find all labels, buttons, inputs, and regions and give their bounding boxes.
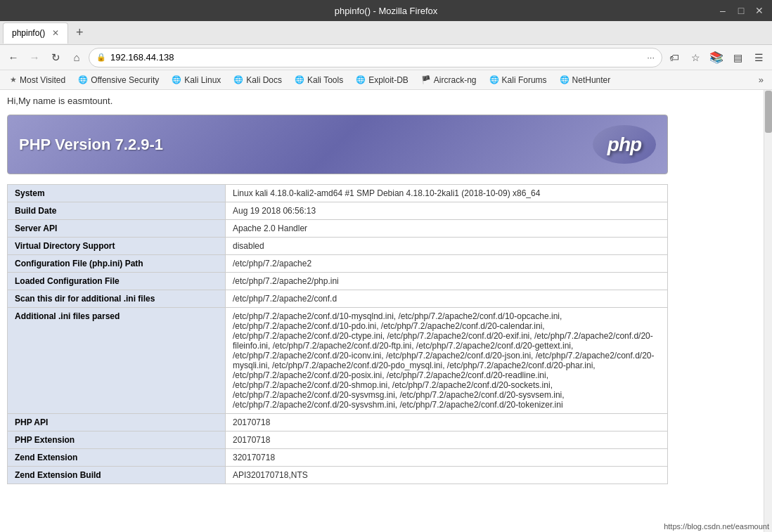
bookmark-kali-linux-label: Kali Linux (184, 75, 221, 85)
table-row: PHP API20170718 (8, 414, 668, 432)
table-row: Configuration File (php.ini) Path/etc/ph… (8, 255, 668, 273)
window-controls[interactable]: – □ ✕ (716, 4, 766, 18)
bookmark-most-visited-label: Most Visited (20, 75, 65, 85)
row-label: PHP API (8, 414, 226, 432)
row-label: Zend Extension (8, 449, 226, 467)
row-label: Virtual Directory Support (8, 238, 226, 255)
bookmark-aircrack-ng[interactable]: 🏴 Aircrack-ng (416, 74, 482, 86)
bookmark-most-visited[interactable]: ★ Most Visited (4, 74, 71, 86)
row-value: /etc/php/7.2/apache2 (226, 255, 668, 273)
minimize-button[interactable]: – (716, 4, 730, 18)
tab-close-button[interactable]: ✕ (52, 28, 59, 38)
php-logo-text: php (607, 134, 641, 156)
library-button[interactable]: 📚 (707, 48, 726, 67)
home-icon: ⌂ (73, 51, 79, 63)
status-url: https://blog.csdn.net/easmount (664, 522, 769, 531)
scrollbar-thumb[interactable] (765, 91, 772, 133)
exploit-db-icon: 🌐 (356, 75, 366, 84)
scrollbar-track[interactable] (764, 90, 772, 532)
row-value: Apache 2.0 Handler (226, 220, 668, 238)
kali-tools-icon: 🌐 (295, 75, 304, 84)
bookmark-kali-tools[interactable]: 🌐 Kali Tools (289, 74, 349, 86)
row-label: Additional .ini files parsed (8, 308, 226, 414)
kali-docs-icon: 🌐 (233, 75, 243, 84)
bookmark-offensive-security-label: Offensive Security (91, 75, 159, 85)
bookmark-kali-forums[interactable]: 🌐 Kali Forums (484, 74, 553, 86)
row-value: disabled (226, 238, 668, 255)
bookmark-offensive-security[interactable]: 🌐 Offensive Security (72, 74, 165, 86)
forward-button[interactable]: → (25, 48, 44, 67)
bookmark-kali-docs[interactable]: 🌐 Kali Docs (228, 74, 288, 86)
bookmark-nethunter-label: NetHunter (572, 75, 611, 85)
most-visited-icon: ★ (10, 75, 17, 84)
kali-linux-icon: 🌐 (172, 75, 181, 84)
tab-label: phpinfo() (12, 28, 45, 38)
hi-message: Hi,My name is easmtount. (7, 96, 765, 106)
refresh-button[interactable]: ↻ (46, 48, 65, 67)
address-more-icon: ··· (647, 52, 655, 63)
php-logo: php (593, 125, 656, 164)
page-content: Hi,My name is easmtount. PHP Version 7.2… (0, 90, 772, 532)
table-row: SystemLinux kali 4.18.0-kali2-amd64 #1 S… (8, 185, 668, 202)
table-row: PHP Extension20170718 (8, 432, 668, 449)
row-value: 320170718 (226, 449, 668, 467)
sidebar-button[interactable]: ▤ (728, 48, 747, 67)
nav-actions: 🏷 ☆ 📚 ▤ ☰ (665, 48, 768, 67)
table-row: Scan this dir for additional .ini files/… (8, 290, 668, 308)
bookmark-kali-linux[interactable]: 🌐 Kali Linux (166, 74, 226, 86)
php-info-table: SystemLinux kali 4.18.0-kali2-amd64 #1 S… (7, 184, 668, 484)
table-row: Server APIApache 2.0 Handler (8, 220, 668, 238)
table-row: Build DateAug 19 2018 06:56:13 (8, 202, 668, 220)
kali-forums-icon: 🌐 (489, 75, 499, 84)
row-value: /etc/php/7.2/apache2/php.ini (226, 273, 668, 290)
aircrack-ng-icon: 🏴 (421, 75, 431, 84)
bookmarks-more-button[interactable]: » (754, 73, 768, 86)
bookmark-kali-forums-label: Kali Forums (502, 75, 547, 85)
bookmark-star-button[interactable]: ☆ (686, 48, 705, 67)
new-tab-button[interactable]: + (71, 25, 88, 41)
maximize-button[interactable]: □ (734, 4, 748, 18)
window-title: phpinfo() - Mozilla Firefox (0, 6, 772, 16)
table-row: Zend Extension320170718 (8, 449, 668, 467)
close-button[interactable]: ✕ (752, 4, 766, 18)
nethunter-icon: 🌐 (560, 75, 570, 84)
status-bar: https://blog.csdn.net/easmount (661, 521, 772, 532)
bookmark-nethunter[interactable]: 🌐 NetHunter (554, 74, 617, 86)
bookmark-exploit-db[interactable]: 🌐 Exploit-DB (350, 74, 414, 86)
row-label: Build Date (8, 202, 226, 220)
php-header: PHP Version 7.2.9-1 php (7, 115, 668, 174)
tab-bar: phpinfo() ✕ + (0, 21, 772, 45)
pocket-button[interactable]: 🏷 (665, 48, 683, 67)
row-value: Aug 19 2018 06:56:13 (226, 202, 668, 220)
bookmark-aircrack-ng-label: Aircrack-ng (434, 75, 477, 85)
table-row: Virtual Directory Supportdisabled (8, 238, 668, 255)
row-value: API320170718,NTS (226, 467, 668, 484)
offensive-security-icon: 🌐 (78, 75, 88, 84)
address-input[interactable] (110, 52, 643, 63)
home-button[interactable]: ⌂ (67, 48, 86, 67)
row-label: Loaded Configuration File (8, 273, 226, 290)
bookmark-exploit-db-label: Exploit-DB (368, 75, 408, 85)
row-label: PHP Extension (8, 432, 226, 449)
address-bar[interactable]: 🔒 ··· (89, 48, 662, 67)
row-value: /etc/php/7.2/apache2/conf.d (226, 290, 668, 308)
active-tab[interactable]: phpinfo() ✕ (3, 22, 68, 44)
row-label: Server API (8, 220, 226, 238)
back-button[interactable]: ← (4, 48, 22, 67)
php-version: PHP Version 7.2.9-1 (19, 136, 163, 154)
row-value: 20170718 (226, 432, 668, 449)
row-label: Zend Extension Build (8, 467, 226, 484)
nav-bar: ← → ↻ ⌂ 🔒 ··· 🏷 ☆ 📚 ▤ ☰ (0, 45, 772, 70)
bookmark-kali-tools-label: Kali Tools (307, 75, 343, 85)
row-value: Linux kali 4.18.0-kali2-amd64 #1 SMP Deb… (226, 185, 668, 202)
menu-button[interactable]: ☰ (750, 48, 768, 67)
refresh-icon: ↻ (51, 51, 60, 64)
row-label: Scan this dir for additional .ini files (8, 290, 226, 308)
forward-icon: → (30, 51, 40, 63)
title-bar: phpinfo() - Mozilla Firefox – □ ✕ (0, 0, 772, 21)
row-label: Configuration File (php.ini) Path (8, 255, 226, 273)
row-label: System (8, 185, 226, 202)
table-row: Additional .ini files parsed/etc/php/7.2… (8, 308, 668, 414)
security-icon: 🔒 (96, 53, 106, 62)
row-value: /etc/php/7.2/apache2/conf.d/10-mysqlnd.i… (226, 308, 668, 414)
